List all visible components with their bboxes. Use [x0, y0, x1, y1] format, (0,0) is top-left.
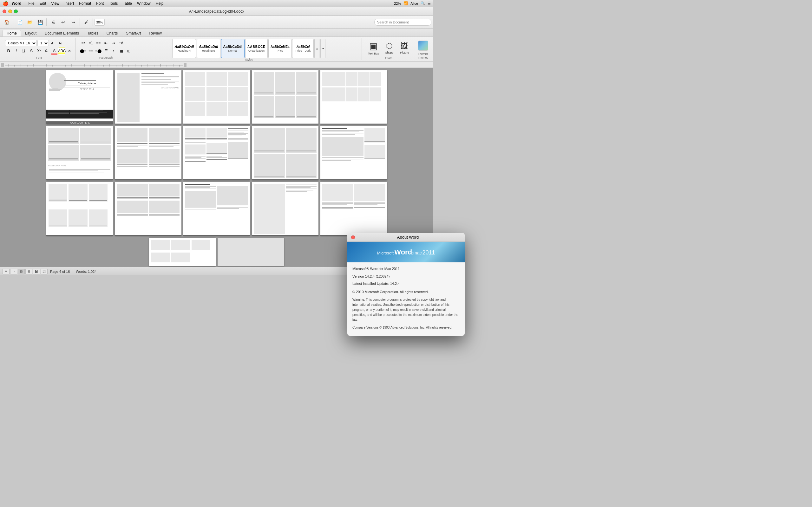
page-thumb-9[interactable]: [252, 126, 318, 180]
ruler-left-margin[interactable]: [1, 63, 4, 67]
font-grow-btn[interactable]: A↑: [49, 40, 56, 47]
page-thumb-15[interactable]: [320, 182, 387, 236]
view-publish-btn[interactable]: 📰: [41, 269, 48, 274]
p9l6: [287, 152, 316, 152]
close-button[interactable]: [3, 9, 6, 13]
view-notebook-btn[interactable]: 📓: [33, 269, 40, 274]
increase-indent-btn[interactable]: ⇥: [110, 40, 117, 47]
page-thumb-11[interactable]: [46, 182, 113, 236]
open-btn[interactable]: 📂: [25, 17, 35, 27]
highlight-button[interactable]: ABC: [58, 48, 65, 55]
view-page-btn[interactable]: ⊡: [18, 269, 25, 274]
menu-format[interactable]: Format: [79, 1, 91, 6]
tab-smartart[interactable]: SmartArt: [122, 30, 145, 37]
page-thumb-17[interactable]: [217, 238, 284, 266]
tab-document-elements[interactable]: Document Elements: [41, 30, 83, 37]
italic-button[interactable]: I: [13, 48, 20, 55]
tab-home[interactable]: Home: [3, 30, 21, 37]
insert-shape-btn[interactable]: ⬡ Shape: [382, 41, 396, 55]
style-heading5[interactable]: AaBbCcDdI Heading 5: [197, 39, 220, 58]
bold-button[interactable]: B: [5, 48, 12, 55]
page-thumb-12[interactable]: [115, 182, 182, 236]
search-input[interactable]: [374, 19, 432, 26]
insert-textbox-btn[interactable]: ▣ Text Box: [366, 40, 381, 56]
page-thumb-6[interactable]: COLLECTION NAME: [46, 126, 113, 180]
menu-file[interactable]: File: [28, 1, 34, 6]
page-thumb-13[interactable]: [183, 182, 250, 236]
page-thumb-3[interactable]: [183, 70, 250, 124]
search-icon[interactable]: 🔍: [420, 1, 425, 5]
font-family-select[interactable]: Calisto MT (Body): [5, 40, 37, 46]
font-shrink-btn[interactable]: A↓: [57, 40, 64, 47]
tab-layout[interactable]: Layout: [21, 30, 41, 37]
shading-btn[interactable]: ▦: [118, 48, 125, 55]
styles-prev-btn[interactable]: ▲: [314, 39, 319, 58]
menu-help[interactable]: Help: [156, 1, 164, 6]
menu-table[interactable]: Table: [123, 1, 132, 6]
menu-view[interactable]: View: [51, 1, 59, 6]
page-thumb-8[interactable]: [183, 126, 250, 180]
bullets-btn[interactable]: ≡•: [80, 40, 87, 47]
print-btn[interactable]: 🖨: [48, 17, 58, 27]
themes-label-text: Themes: [418, 52, 428, 55]
underline-button[interactable]: U: [20, 48, 27, 55]
save-btn[interactable]: 💾: [35, 17, 45, 27]
tab-tables[interactable]: Tables: [83, 30, 102, 37]
justify-btn[interactable]: ☰: [102, 48, 109, 55]
menu-extras-icon[interactable]: ☰: [427, 1, 431, 5]
page-thumb-2[interactable]: COLLECTION NAME: [115, 70, 182, 124]
line-spacing-btn[interactable]: ↕: [110, 48, 117, 55]
clear-format-btn[interactable]: ✕: [66, 48, 73, 55]
align-right-btn[interactable]: ≡⬤: [95, 48, 102, 55]
view-web-btn[interactable]: ⊞: [26, 269, 32, 274]
insert-picture-btn[interactable]: 🖼 Picture: [397, 41, 411, 55]
new-btn[interactable]: 📄: [15, 17, 24, 27]
superscript-button[interactable]: X²: [36, 48, 43, 55]
decrease-indent-btn[interactable]: ⇤: [102, 40, 109, 47]
page-thumb-16[interactable]: [149, 238, 216, 266]
redo-btn[interactable]: ↪: [68, 17, 78, 27]
menu-insert[interactable]: Insert: [64, 1, 74, 6]
style-price[interactable]: AaBbCeMEa Price: [268, 39, 292, 58]
home-toolbar-btn[interactable]: 🏠: [2, 17, 11, 27]
maximize-button[interactable]: [14, 9, 18, 13]
style-price-dark[interactable]: AaBbCcI Price - Dark: [292, 39, 314, 58]
minimize-button[interactable]: [8, 9, 12, 13]
apple-menu-icon[interactable]: 🍎: [3, 1, 9, 6]
page-thumb-4[interactable]: [252, 70, 318, 124]
format-painter-btn[interactable]: 🖌: [82, 17, 91, 27]
page-thumb-10[interactable]: [320, 126, 387, 180]
p6r3: [80, 128, 111, 144]
page16-content: [149, 238, 216, 266]
page-thumb-1[interactable]: Catalog Name SPRING 2014: [46, 70, 113, 124]
menu-tools[interactable]: Tools: [109, 1, 118, 6]
p11l3: [69, 200, 87, 201]
style-heading4[interactable]: AaBbCcDdI Heading 4: [172, 39, 196, 58]
borders-btn[interactable]: ⊞: [125, 48, 132, 55]
tab-review[interactable]: Review: [145, 30, 165, 37]
undo-btn[interactable]: ↩: [58, 17, 68, 27]
menu-edit[interactable]: Edit: [40, 1, 46, 6]
tab-charts[interactable]: Charts: [102, 30, 122, 37]
dialog-close-btn[interactable]: [351, 235, 355, 239]
strikethrough-button[interactable]: S: [28, 48, 35, 55]
sort-btn[interactable]: ↕A: [118, 40, 125, 47]
style-normal[interactable]: AaBbCcDdI Normal: [221, 39, 245, 58]
page-thumb-5[interactable]: [320, 70, 387, 124]
menu-font[interactable]: Font: [96, 1, 104, 6]
font-size-select[interactable]: 12: [38, 40, 49, 46]
menu-window[interactable]: Window: [137, 1, 151, 6]
styles-next-btn[interactable]: ▼: [320, 39, 325, 58]
align-left-btn[interactable]: ⬤≡: [80, 48, 87, 55]
view-draft-btn[interactable]: ≡: [3, 269, 9, 274]
multilevel-btn[interactable]: ≡≡: [95, 40, 102, 47]
ruler-right-margin[interactable]: [184, 63, 187, 67]
view-outline-btn[interactable]: ○: [10, 269, 17, 274]
font-color-button[interactable]: A: [51, 48, 58, 55]
page-thumb-14[interactable]: [252, 182, 318, 236]
subscript-button[interactable]: X₂: [43, 48, 50, 55]
page-thumb-7[interactable]: [115, 126, 182, 180]
numbering-btn[interactable]: ≡1: [87, 40, 94, 47]
style-organization[interactable]: AABBCCE Organization: [245, 39, 268, 58]
align-center-btn[interactable]: ≡≡: [87, 48, 94, 55]
